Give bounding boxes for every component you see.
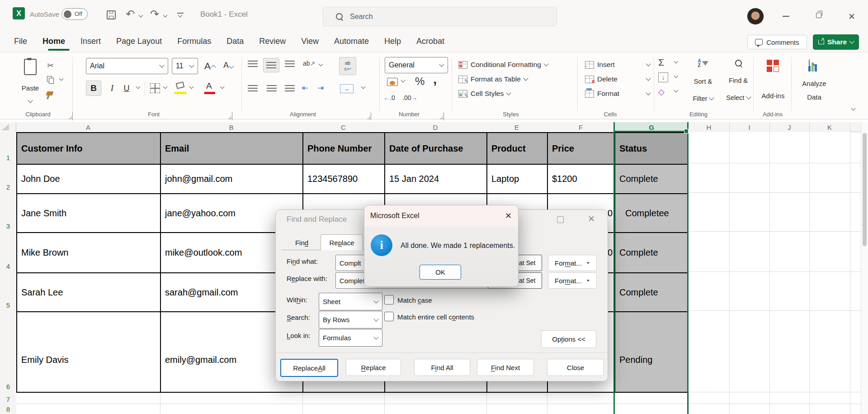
tab-file[interactable]: File	[6, 30, 35, 52]
orientation-icon[interactable]: ab↗	[303, 60, 315, 67]
column-header-b[interactable]: B	[160, 122, 302, 132]
tab-insert[interactable]: Insert	[73, 30, 108, 52]
cell-styles-button[interactable]: ✎ Cell Styles	[458, 87, 510, 100]
comments-button[interactable]: Comments	[747, 35, 807, 49]
format-as-table-button[interactable]: ✎ Format as Table	[458, 72, 528, 86]
tab-review[interactable]: Review	[251, 30, 293, 52]
tab-find[interactable]: Find	[283, 236, 321, 250]
italic-button[interactable]: I	[106, 81, 118, 96]
cell-g2[interactable]: Complete	[614, 164, 689, 193]
row-header-3[interactable]: 3	[0, 193, 16, 232]
select-all-corner[interactable]	[2, 124, 9, 130]
borders-icon[interactable]	[150, 83, 160, 93]
cell-a2[interactable]: John Doe	[16, 164, 160, 193]
search-by-select[interactable]: By Rows	[319, 311, 382, 328]
close-window-icon[interactable]: ✕	[848, 11, 855, 22]
fill-icon[interactable]: ↓	[658, 72, 668, 82]
clear-icon[interactable]: ◇	[658, 87, 665, 97]
match-entire-checkbox[interactable]	[384, 312, 394, 321]
cell-g6[interactable]: Pending	[614, 311, 689, 393]
qat-customize-chevron-icon[interactable]	[178, 13, 183, 18]
selection-handle[interactable]	[684, 129, 689, 133]
cell-c2[interactable]: 1234567890	[302, 164, 384, 193]
row-header-4[interactable]: 4	[0, 232, 16, 272]
alignment-dialog-launcher-icon[interactable]	[371, 112, 371, 120]
tab-replace-active[interactable]: Replace	[321, 234, 363, 250]
cell-f2[interactable]: $1200	[547, 164, 614, 193]
restore-icon[interactable]	[816, 13, 821, 18]
cell-e1[interactable]: Product	[486, 132, 547, 164]
font-name-select[interactable]: Arial	[86, 58, 168, 74]
cell-a3[interactable]: Jane Smith	[16, 193, 160, 232]
replace-format-button[interactable]: Format...	[548, 272, 597, 289]
increase-font-icon[interactable]: A	[204, 61, 215, 71]
tab-help[interactable]: Help	[377, 30, 409, 52]
align-right-icon[interactable]	[285, 85, 295, 91]
cell-d2[interactable]: 15 Jan 2024	[384, 164, 486, 193]
find-next-button[interactable]: Find Next	[477, 359, 534, 376]
redo-icon[interactable]: ↷	[150, 8, 159, 20]
cell-a6[interactable]: Emily Davis	[16, 311, 160, 393]
autosum-icon[interactable]: Σ	[658, 57, 664, 68]
dialog-close-icon[interactable]: ✕	[588, 214, 595, 224]
comma-style-icon[interactable]: ,	[433, 71, 437, 87]
decrease-font-icon[interactable]: A	[223, 61, 233, 70]
row-header-6[interactable]: 6	[0, 311, 16, 393]
options-button[interactable]: Options <<	[541, 330, 596, 348]
cut-icon[interactable]: ✂	[47, 61, 54, 71]
share-button[interactable]: ↗ Share	[813, 34, 859, 50]
look-in-select[interactable]: Formulas	[319, 329, 382, 347]
close-button[interactable]: Close	[547, 359, 604, 376]
increase-decimal-icon[interactable]: ←.0	[383, 94, 395, 101]
find-format-button[interactable]: Format...	[548, 255, 597, 271]
cell-d1[interactable]: Date of Purchase	[384, 132, 486, 164]
percent-style-icon[interactable]: %	[415, 75, 425, 88]
autosave-toggle[interactable]: Off	[61, 8, 88, 20]
decrease-decimal-icon[interactable]: .00→	[402, 94, 417, 101]
save-icon[interactable]	[107, 10, 116, 19]
delete-cells-button[interactable]: ✕ Delete	[585, 72, 652, 86]
column-header-a[interactable]: A	[16, 122, 160, 132]
alert-close-icon[interactable]: ✕	[505, 211, 512, 221]
row-header-2[interactable]: 2	[0, 164, 16, 193]
font-dialog-launcher-icon[interactable]	[232, 112, 232, 120]
increase-indent-icon[interactable]: ⇥	[317, 83, 324, 93]
underline-button[interactable]: U	[120, 81, 133, 96]
minimize-icon[interactable]	[783, 16, 789, 17]
merge-center-icon[interactable]: ↔	[340, 84, 354, 93]
dialog-maximize-icon[interactable]	[557, 216, 564, 223]
tab-data[interactable]: Data	[219, 30, 251, 52]
match-case-checkbox[interactable]	[384, 295, 394, 305]
cell-g3[interactable]: Completee	[614, 193, 689, 232]
column-header-d[interactable]: D	[384, 122, 486, 132]
user-avatar[interactable]	[747, 8, 764, 25]
scrollbar-thumb[interactable]	[863, 133, 867, 246]
column-header-i[interactable]: I	[729, 122, 769, 132]
search-input[interactable]: Search	[323, 7, 557, 26]
cell-c1[interactable]: Phone Number	[302, 132, 384, 164]
tab-automate[interactable]: Automate	[326, 30, 377, 52]
vertical-scrollbar[interactable]	[861, 122, 868, 414]
replace-button[interactable]: Replace	[346, 359, 401, 376]
align-top-icon[interactable]	[248, 61, 258, 67]
within-select[interactable]: Sheet	[319, 293, 382, 310]
column-header-c[interactable]: C	[302, 122, 384, 132]
accounting-format-icon[interactable]	[387, 78, 398, 86]
cell-f1[interactable]: Price	[547, 132, 614, 164]
column-header-f[interactable]: F	[547, 122, 614, 132]
conditional-formatting-button[interactable]: Conditional Formatting	[458, 58, 548, 71]
decrease-indent-icon[interactable]: ⇤	[302, 83, 308, 93]
paste-button[interactable]: Paste	[15, 57, 45, 104]
undo-icon[interactable]: ↶	[126, 8, 135, 20]
insert-cells-button[interactable]: ← Insert	[585, 58, 652, 71]
format-cells-button[interactable]: Format	[585, 87, 652, 100]
redo-dropdown-icon[interactable]	[163, 13, 168, 18]
row-header-8[interactable]: 8	[0, 404, 16, 414]
wrap-text-button[interactable]: abc↩	[339, 57, 356, 75]
bold-button[interactable]: B	[86, 81, 101, 96]
font-color-icon[interactable]: A	[206, 81, 212, 91]
tab-acrobat[interactable]: Acrobat	[409, 30, 452, 52]
add-ins-button[interactable]: Add-ins	[758, 58, 788, 101]
analyze-data-button[interactable]: Analyze Data	[795, 58, 834, 103]
ok-button[interactable]: OK	[420, 265, 461, 280]
